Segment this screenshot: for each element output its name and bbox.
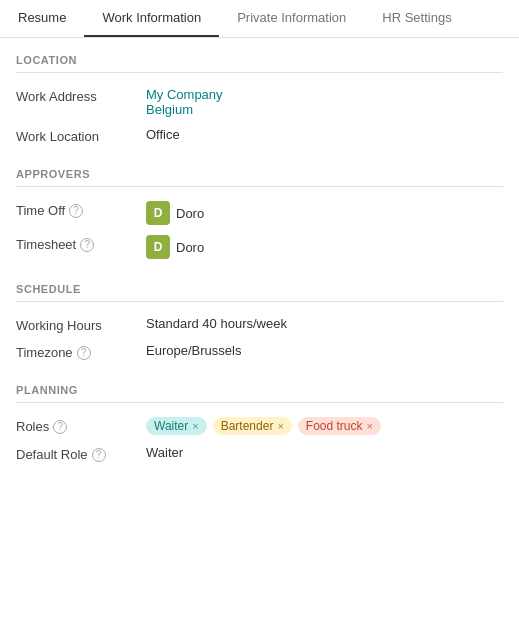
role-tag-foodtruck-label: Food truck xyxy=(306,419,363,433)
work-location-label: Work Location xyxy=(16,127,146,144)
tab-resume[interactable]: Resume xyxy=(0,0,84,37)
tab-work-information[interactable]: Work Information xyxy=(84,0,219,37)
location-section: LOCATION Work Address My Company Belgium… xyxy=(16,54,503,144)
roles-row: Roles ? Waiter × Bartender × Food truck … xyxy=(16,417,503,435)
work-location-value: Office xyxy=(146,127,503,142)
tab-hr-settings[interactable]: HR Settings xyxy=(364,0,469,37)
time-off-avatar: D xyxy=(146,201,170,225)
work-address-value[interactable]: My Company Belgium xyxy=(146,87,503,117)
default-role-label: Default Role ? xyxy=(16,445,146,462)
tab-private-information[interactable]: Private Information xyxy=(219,0,364,37)
roles-value: Waiter × Bartender × Food truck × xyxy=(146,417,503,435)
schedule-header: SCHEDULE xyxy=(16,283,503,302)
role-tag-bartender: Bartender × xyxy=(213,417,292,435)
location-header: LOCATION xyxy=(16,54,503,73)
timesheet-avatar: D xyxy=(146,235,170,259)
working-hours-value: Standard 40 hours/week xyxy=(146,316,503,331)
time-off-label: Time Off ? xyxy=(16,201,146,218)
role-tag-bartender-label: Bartender xyxy=(221,419,274,433)
role-tag-foodtruck: Food truck × xyxy=(298,417,381,435)
default-role-help-icon[interactable]: ? xyxy=(92,448,106,462)
time-off-help-icon[interactable]: ? xyxy=(69,204,83,218)
timesheet-name: Doro xyxy=(176,240,204,255)
timezone-help-icon[interactable]: ? xyxy=(77,346,91,360)
roles-help-icon[interactable]: ? xyxy=(53,420,67,434)
timezone-row: Timezone ? Europe/Brussels xyxy=(16,343,503,360)
planning-section: PLANNING Roles ? Waiter × Bartender × xyxy=(16,384,503,462)
timezone-value: Europe/Brussels xyxy=(146,343,503,358)
tab-bar: Resume Work Information Private Informat… xyxy=(0,0,519,38)
default-role-value: Waiter xyxy=(146,445,503,460)
role-tag-bartender-remove[interactable]: × xyxy=(277,420,283,432)
roles-tags: Waiter × Bartender × Food truck × xyxy=(146,417,503,435)
work-address-label: Work Address xyxy=(16,87,146,104)
time-off-value: D Doro xyxy=(146,201,503,225)
timesheet-value: D Doro xyxy=(146,235,503,259)
default-role-row: Default Role ? Waiter xyxy=(16,445,503,462)
timezone-label: Timezone ? xyxy=(16,343,146,360)
timesheet-approver: D Doro xyxy=(146,235,204,259)
main-content: LOCATION Work Address My Company Belgium… xyxy=(0,38,519,506)
timesheet-label: Timesheet ? xyxy=(16,235,146,252)
roles-label: Roles ? xyxy=(16,417,146,434)
role-tag-waiter-remove[interactable]: × xyxy=(192,420,198,432)
working-hours-label: Working Hours xyxy=(16,316,146,333)
schedule-section: SCHEDULE Working Hours Standard 40 hours… xyxy=(16,283,503,360)
role-tag-foodtruck-remove[interactable]: × xyxy=(367,420,373,432)
approvers-section: APPROVERS Time Off ? D Doro Timesheet ? … xyxy=(16,168,503,259)
role-tag-waiter-label: Waiter xyxy=(154,419,188,433)
time-off-approver: D Doro xyxy=(146,201,204,225)
time-off-row: Time Off ? D Doro xyxy=(16,201,503,225)
timesheet-row: Timesheet ? D Doro xyxy=(16,235,503,259)
planning-header: PLANNING xyxy=(16,384,503,403)
approvers-header: APPROVERS xyxy=(16,168,503,187)
timesheet-help-icon[interactable]: ? xyxy=(80,238,94,252)
work-address-row: Work Address My Company Belgium xyxy=(16,87,503,117)
working-hours-row: Working Hours Standard 40 hours/week xyxy=(16,316,503,333)
work-location-row: Work Location Office xyxy=(16,127,503,144)
role-tag-waiter: Waiter × xyxy=(146,417,207,435)
time-off-name: Doro xyxy=(176,206,204,221)
